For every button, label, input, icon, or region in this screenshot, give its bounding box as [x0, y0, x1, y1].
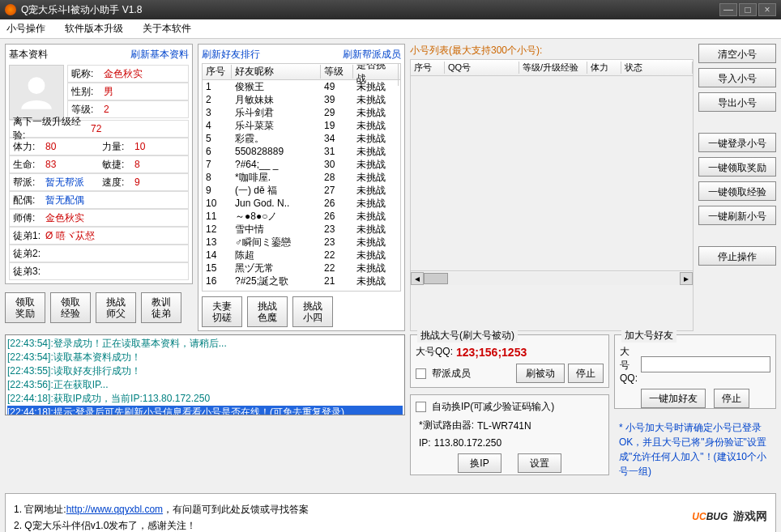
foot1-url[interactable]: http://www.qqyxbl.com — [66, 504, 163, 515]
log-line: [22:43:55]:读取好友排行成功！ — [7, 364, 403, 378]
col-level[interactable]: 等级 — [321, 65, 353, 79]
maximize-button[interactable]: □ — [739, 3, 757, 16]
scroll-thumb[interactable] — [424, 273, 448, 284]
log-box[interactable]: [22:43:54]:登录成功！正在读取基本资料，请稍后... [22:43:5… — [5, 334, 405, 415]
spd-label: 速度: — [99, 176, 131, 189]
export-alt-button[interactable]: 导出小号 — [698, 92, 776, 112]
nextexp-label: 离下一级升级经验: — [10, 115, 87, 143]
table-row[interactable]: 2月敏妹妹39未挑战 — [203, 93, 400, 106]
master-label: 师傅: — [10, 211, 42, 225]
table-row[interactable]: 7?#64;__ _30未挑战 — [203, 158, 400, 171]
menu-alt-ops[interactable]: 小号操作 — [6, 22, 45, 36]
hp-label: 体力: — [10, 140, 42, 154]
col-name[interactable]: 好友昵称 — [232, 65, 321, 79]
refresh-gang-link[interactable]: 刷新帮派成员 — [343, 48, 401, 62]
note-box: * 小号加大号时请确定小号已登录OK，并且大号已将"身份验证"设置成"允许任何人… — [614, 415, 776, 488]
alt-list-panel: 小号列表(最大支持300个小号): 序号 QQ号 等级/升级经验 体力 状态 ◂… — [410, 44, 694, 331]
challenge-semo-button[interactable]: 挑战 色魔 — [247, 296, 288, 327]
gang-member-checkbox[interactable] — [416, 368, 426, 379]
clear-alt-button[interactable]: 清空小号 — [698, 44, 776, 63]
teach-disciple-button[interactable]: 教训 徒弟 — [141, 292, 181, 323]
table-row[interactable]: 3乐斗剑君29未挑战 — [203, 106, 400, 119]
menu-upgrade[interactable]: 软件版本升级 — [65, 22, 123, 36]
refresh-friends-link[interactable]: 刷新好友排行 — [202, 48, 260, 62]
table-row[interactable]: 5彩霞。34未挑战 — [203, 132, 400, 145]
scroll-left-icon[interactable]: ◂ — [411, 272, 424, 285]
router-label: *测试路由器: — [419, 419, 474, 432]
table-row[interactable]: 9(一) dě 福27未挑战 — [203, 184, 400, 197]
log-line: [22:43:54]:读取基本资料成功！ — [7, 351, 403, 364]
addfriend-stop-button[interactable]: 停止 — [714, 389, 749, 408]
table-row[interactable]: 8*咖啡屋.28未挑战 — [203, 171, 400, 184]
menu-about[interactable]: 关于本软件 — [143, 22, 191, 36]
couple-spar-button[interactable]: 夫妻 切磋 — [202, 296, 242, 327]
stop-button[interactable]: 停止操作 — [698, 246, 776, 266]
claim-all-exp-button[interactable]: 一键领取经验 — [698, 181, 776, 201]
gang-member-label: 帮派成员 — [432, 367, 471, 381]
autoip-label: 自动换IP(可减少验证码输入) — [432, 400, 554, 414]
agi-label: 敏捷: — [99, 158, 131, 172]
challenge-stop-button[interactable]: 停止 — [568, 364, 604, 383]
table-row[interactable]: 11～●8●○ノ26未挑战 — [203, 210, 400, 223]
footer: 1. 官网地址:http://www.qqyxbl.com，有问题可到此处反馈或… — [5, 493, 776, 532]
alt-col-idx[interactable]: 序号 — [411, 62, 445, 74]
table-row[interactable]: 12雪中情23未挑战 — [203, 223, 400, 236]
alt-table[interactable]: 序号 QQ号 等级/升级经验 体力 状态 ◂ ▸ — [410, 59, 694, 331]
alt-scrollbar[interactable]: ◂ ▸ — [411, 270, 693, 285]
table-row[interactable]: 10Jun God. N..26未挑战 — [203, 197, 400, 210]
close-button[interactable]: × — [758, 3, 776, 16]
challenge-qq-label: 大号QQ: — [416, 345, 453, 359]
foot2: 2. Q宠大乐斗伴侣v1.0发布了，感谢关注！ — [14, 518, 345, 532]
basic-title: 基本资料 — [9, 48, 48, 62]
challenge-master-button[interactable]: 挑战 师父 — [96, 292, 136, 323]
d1-label: 徒弟1: — [10, 229, 42, 243]
window-title: Q宠大乐斗Ⅰ被动小助手 V1.8 — [21, 3, 718, 17]
friend-panel: 刷新好友排行 刷新帮派成员 序号 好友昵称 等级 是否挑战 1俊猴王49未挑战2… — [198, 44, 405, 331]
log-line: [22:43:56]:正在获取IP... — [7, 378, 403, 392]
foot1-post: ，有问题可到此处反馈或寻找答案 — [163, 504, 309, 515]
avatar — [9, 65, 64, 120]
refresh-all-button[interactable]: 一键刷新小号 — [698, 206, 776, 225]
table-row[interactable]: 15黑ヅ无常22未挑战 — [203, 262, 400, 275]
change-ip-button[interactable]: 换IP — [458, 453, 501, 473]
str-value: 10 — [131, 141, 188, 152]
alt-list-title: 小号列表(最大支持300个小号): — [410, 44, 694, 57]
action-buttons-2: 夫妻 切磋 挑战 色魔 挑战 小四 — [202, 296, 401, 327]
ip-value: 113.80.172.250 — [434, 437, 501, 449]
alt-col-status[interactable]: 状态 — [621, 62, 693, 74]
app-icon — [5, 4, 16, 15]
str-label: 力量: — [99, 140, 131, 154]
scroll-right-icon[interactable]: ▸ — [680, 272, 693, 285]
claim-reward-button[interactable]: 领取 奖励 — [5, 292, 45, 323]
router-value: TL-WR741N — [477, 420, 531, 432]
table-row[interactable]: 4乐斗菜菜19未挑战 — [203, 119, 400, 132]
autoip-checkbox[interactable] — [416, 402, 426, 412]
alt-col-hp[interactable]: 体力 — [587, 62, 621, 74]
table-row[interactable]: 16?#25;誕之歌21未挑战 — [203, 275, 400, 287]
friend-table[interactable]: 序号 好友昵称 等级 是否挑战 1俊猴王49未挑战2月敏妹妹39未挑战3乐斗剑君… — [202, 63, 401, 292]
table-row[interactable]: 13♂瞬间ミ鎏戀23未挑战 — [203, 236, 400, 249]
challenge-xiaosi-button[interactable]: 挑战 小四 — [292, 296, 333, 327]
challenge-qq-value: 123;156;1253 — [456, 346, 527, 359]
minimize-button[interactable]: — — [719, 3, 737, 16]
alt-col-exp[interactable]: 等级/升级经验 — [519, 62, 587, 74]
add-friend-button[interactable]: 一键加好友 — [641, 389, 706, 408]
table-row[interactable]: 14陈超22未挑战 — [203, 249, 400, 262]
claim-all-reward-button[interactable]: 一键领取奖励 — [698, 157, 776, 177]
spouse-value: 暂无配偶 — [42, 194, 188, 207]
master-value: 金色秋实 — [42, 211, 188, 225]
log-line: [22:43:54]:登录成功！正在读取基本资料，请稍后... — [7, 337, 403, 351]
table-row[interactable]: 1俊猴王49未挑战 — [203, 80, 400, 93]
ip-settings-button[interactable]: 设置 — [518, 453, 561, 473]
login-all-button[interactable]: 一键登录小号 — [698, 133, 776, 152]
claim-exp-button[interactable]: 领取 经验 — [50, 292, 91, 323]
brush-passive-button[interactable]: 刷被动 — [516, 364, 565, 383]
logo: UCBUG 游戏网 .com — [692, 502, 767, 532]
refresh-basic-link[interactable]: 刷新基本资料 — [130, 48, 189, 62]
nick-label: 昵称: — [68, 67, 100, 81]
import-alt-button[interactable]: 导入小号 — [698, 68, 776, 87]
alt-col-qq[interactable]: QQ号 — [445, 62, 519, 74]
col-idx[interactable]: 序号 — [203, 65, 232, 79]
addfriend-qq-input[interactable] — [641, 356, 770, 372]
table-row[interactable]: 655082888931未挑战 — [203, 145, 400, 158]
